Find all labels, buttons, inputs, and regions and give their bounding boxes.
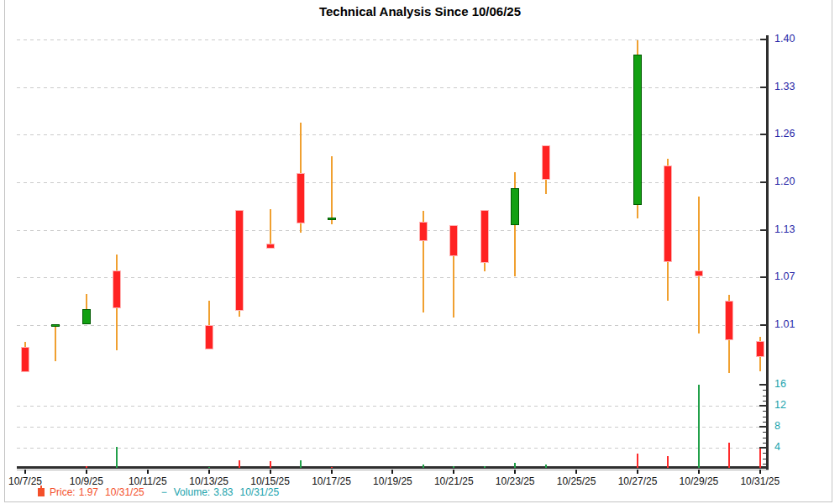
volume-bar [637, 454, 638, 468]
price-tick-label: 1.07 [774, 270, 795, 282]
x-tick-label: 10/13/25 [186, 475, 233, 487]
legend-price-date: 10/31/25 [105, 486, 144, 498]
candle-body [205, 325, 213, 349]
x-tick [208, 470, 210, 474]
volume-bar [423, 465, 424, 468]
volume-tick-label: 12 [774, 399, 786, 411]
price-candle-icon [38, 488, 45, 496]
volume-bar [698, 385, 700, 468]
x-tick [86, 470, 87, 474]
volume-bar [331, 467, 333, 468]
price-tick [760, 134, 766, 135]
x-tick [453, 470, 454, 474]
volume-bar [270, 461, 271, 468]
price-tick [760, 39, 766, 40]
volume-bar [484, 466, 486, 468]
candle-wick [331, 156, 333, 223]
volume-bar [116, 447, 118, 468]
candle-body [542, 145, 550, 181]
price-tick [760, 324, 766, 326]
price-gridline [17, 87, 766, 88]
candle-wick [698, 197, 700, 333]
candle-body [725, 301, 733, 340]
candle-body [235, 210, 244, 310]
x-tick-label: 10/9/25 [63, 475, 110, 487]
x-tick-label: 10/11/25 [124, 475, 171, 487]
price-tick [760, 181, 766, 183]
x-tick [698, 470, 700, 474]
x-tick [391, 470, 393, 474]
candle-wick [55, 324, 56, 361]
x-tick-label: 10/19/25 [369, 475, 416, 487]
x-tick [331, 470, 333, 474]
candle-body [511, 188, 519, 225]
x-tick-label: 10/23/25 [491, 475, 538, 487]
legend-price-label: Price: [50, 486, 76, 498]
price-gridline [17, 277, 766, 278]
price-tick [760, 276, 766, 278]
x-tick [147, 470, 149, 474]
x-tick-label: 10/29/25 [675, 475, 722, 487]
x-tick [637, 470, 638, 474]
price-tick-label: 1.01 [774, 318, 795, 330]
volume-tick-label: 16 [774, 378, 786, 390]
candle-body [297, 173, 305, 223]
volume-bar [759, 449, 761, 468]
x-axis [17, 466, 769, 469]
x-tick-label: 10/15/25 [247, 475, 294, 487]
candle-body [82, 309, 91, 324]
legend-volume-label: Volume: [174, 486, 210, 498]
price-tick-label: 1.20 [774, 176, 795, 187]
plot-area: 1.401.331.261.201.131.071.0116128410/7/2… [0, 0, 840, 504]
volume-gridline [17, 427, 766, 428]
price-gridline [17, 39, 766, 40]
volume-bar [667, 456, 669, 468]
volume-tick-label: 8 [774, 420, 780, 432]
volume-tick [759, 426, 766, 428]
x-tick [270, 470, 271, 474]
candle-body [449, 225, 458, 256]
candle-body [664, 165, 672, 262]
x-tick-label: 10/31/25 [737, 475, 784, 487]
x-tick [759, 470, 761, 474]
candle-body [480, 210, 489, 263]
technical-analysis-chart: Technical Analysis Since 10/06/25 1.401.… [0, 0, 840, 504]
volume-tick [759, 384, 766, 386]
price-gridline [17, 230, 766, 231]
price-axis [766, 35, 769, 470]
volume-gridline [17, 406, 766, 407]
price-tick-label: 1.40 [774, 33, 795, 45]
price-gridline [17, 134, 766, 135]
x-tick [24, 470, 26, 474]
price-tick-label: 1.13 [774, 223, 795, 235]
price-tick-label: 1.26 [774, 128, 795, 139]
candle-body [419, 222, 428, 241]
volume-dash-icon: − [161, 486, 167, 498]
candle-body [328, 218, 336, 220]
price-tick [760, 229, 766, 231]
candle-body [695, 270, 703, 276]
volume-bar [453, 466, 454, 468]
volume-bar [208, 467, 210, 468]
price-gridline [17, 182, 766, 183]
x-tick-label: 10/17/25 [308, 475, 355, 487]
candle-body [633, 55, 642, 205]
candle-body [266, 244, 275, 249]
volume-gridline [17, 448, 766, 449]
volume-bar [514, 463, 516, 468]
x-tick [514, 470, 516, 474]
candle-body [51, 324, 60, 327]
x-tick-label: 10/27/25 [614, 475, 661, 487]
candle-body [21, 347, 29, 372]
price-tick [760, 87, 766, 88]
x-tick-label: 10/21/25 [430, 475, 477, 487]
legend-volume-date: 10/31/25 [240, 486, 280, 498]
price-tick-label: 1.33 [774, 81, 795, 92]
legend-price-value: 1.97 [79, 486, 98, 498]
legend-volume-value: 3.83 [213, 486, 233, 498]
volume-bar [728, 443, 730, 468]
x-tick-label: 10/25/25 [553, 475, 600, 487]
candle-body [113, 270, 121, 308]
volume-tick [759, 405, 766, 407]
volume-bar [239, 460, 240, 468]
